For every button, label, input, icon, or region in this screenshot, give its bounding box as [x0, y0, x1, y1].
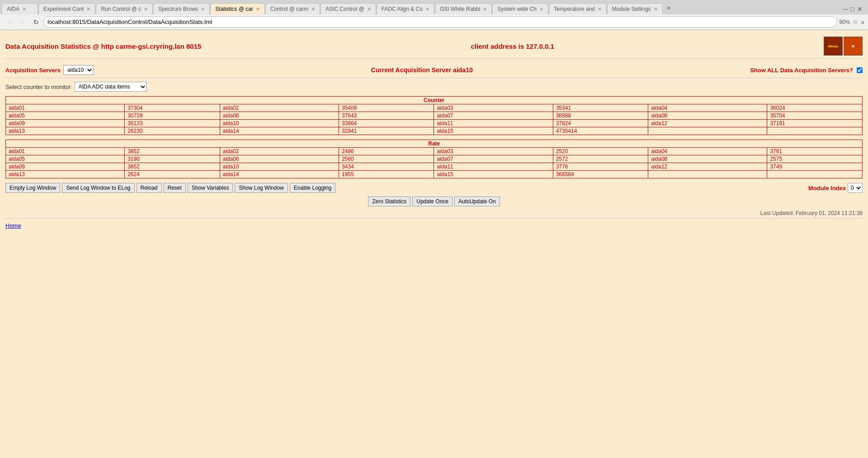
rate-cell-value: 3852: [125, 148, 220, 155]
forward-button[interactable]: →: [17, 17, 29, 28]
counter-cell-value: 36024: [767, 104, 863, 112]
tab-module-settings[interactable]: Module Settings ✕: [607, 3, 663, 14]
reload-button[interactable]: Reload: [137, 183, 162, 193]
counter-cell-name: aida05: [6, 112, 125, 120]
tab-control[interactable]: Control @ carm ✕: [265, 3, 320, 14]
rate-cell-value: 2520: [553, 148, 648, 155]
counter-cell-value: 36133: [125, 120, 220, 127]
counter-cell-value: 35409: [339, 104, 434, 112]
tab-asic-control[interactable]: ASIC Control @ ✕: [321, 3, 376, 14]
autoupdate-on-button[interactable]: AutoUpdate On: [454, 196, 500, 206]
counter-cell-name: aida10: [220, 120, 339, 127]
tab-system-wide-close[interactable]: ✕: [539, 6, 543, 12]
tab-module-settings-label: Module Settings: [612, 6, 651, 12]
tab-bar: AIDA ✕ Experiment Cont ✕ Run Control @ c…: [0, 0, 868, 14]
tab-fadc-align[interactable]: FADC Align & Co ✕: [377, 3, 434, 14]
buttons-row: Empty Log Window Send Log Window to ELog…: [5, 183, 863, 193]
rate-cell-name: aida12: [648, 163, 767, 171]
counter-cell-name: aida08: [648, 112, 767, 120]
tab-system-wide-label: System wide Ch: [497, 6, 537, 12]
rate-cell-value: 3776: [553, 163, 648, 171]
tab-experiment-cont[interactable]: Experiment Cont ✕: [38, 3, 95, 14]
acquisition-server-select[interactable]: aida10: [63, 65, 94, 75]
close-button[interactable]: ✕: [857, 5, 863, 13]
tab-experiment-cont-close[interactable]: ✕: [86, 6, 90, 12]
show-variables-button[interactable]: Show Variables: [188, 183, 233, 193]
tab-run-control-close[interactable]: ✕: [144, 6, 148, 12]
tab-spectrum-brows-label: Spectrum Brows: [158, 6, 198, 12]
tab-spectrum-brows[interactable]: Spectrum Brows ✕: [153, 3, 210, 14]
tab-gsi-white-rabbit-label: GSI White Rabbi: [440, 6, 480, 12]
counter-cell-value: 37643: [339, 112, 434, 120]
acq-left: Acquisition Servers aida10: [5, 65, 94, 75]
tab-system-wide[interactable]: System wide Ch ✕: [492, 3, 548, 14]
zero-statistics-button[interactable]: Zero Statistics: [368, 196, 410, 206]
rate-cell-name: aida03: [434, 148, 553, 155]
counter-select-dropdown[interactable]: AIDA ADC data items: [75, 82, 147, 92]
rate-cell-value: 3852: [125, 163, 220, 171]
rate-cell-value: 3761: [767, 148, 863, 155]
address-bar[interactable]: [43, 16, 837, 28]
tab-statistics[interactable]: Statistics @ car ✕: [210, 3, 265, 14]
enable-logging-button[interactable]: Enable Logging: [290, 183, 335, 193]
reset-button[interactable]: Reset: [164, 183, 186, 193]
client-address: client address is 127.0.0.1: [471, 42, 554, 50]
empty-log-window-button[interactable]: Empty Log Window: [5, 183, 60, 193]
acq-current: Current Acquisition Server aida10: [371, 66, 473, 74]
counter-select-label: Select counter to monitor: [5, 84, 71, 90]
rate-section-title: Rate: [6, 140, 863, 148]
tab-statistics-label: Statistics @ car: [215, 6, 253, 12]
show-all-checkbox[interactable]: [857, 67, 863, 73]
home-link[interactable]: Home: [5, 222, 21, 229]
counter-cell-value: 33864: [339, 120, 434, 127]
counter-cell-name: aida03: [434, 104, 553, 112]
maximize-button[interactable]: □: [851, 5, 854, 13]
back-button[interactable]: ←: [4, 17, 15, 28]
tab-gsi-white-rabbit-close[interactable]: ✕: [483, 6, 487, 12]
rate-cell-name: aida14: [220, 171, 339, 178]
tab-control-close[interactable]: ✕: [311, 6, 315, 12]
tab-spectrum-brows-close[interactable]: ✕: [201, 6, 205, 12]
rate-cell-value: 366584: [553, 171, 648, 178]
tab-temperature-close[interactable]: ✕: [598, 6, 602, 12]
tab-fadc-align-close[interactable]: ✕: [425, 6, 429, 12]
module-index-select[interactable]: 0: [848, 183, 863, 193]
tab-gsi-white-rabbit[interactable]: GSI White Rabbi ✕: [435, 3, 492, 14]
tab-asic-control-label: ASIC Control @: [326, 6, 364, 12]
tab-temperature[interactable]: Temperature and ✕: [549, 3, 607, 14]
rate-cell-name: aida13: [6, 171, 125, 178]
rate-cell-name: aida06: [220, 155, 339, 163]
reload-nav-button[interactable]: ↻: [31, 17, 42, 28]
counter-cell-value: 37181: [767, 120, 863, 127]
show-log-window-button[interactable]: Show Log Window: [235, 183, 288, 193]
counter-table: Counter aida0137304aida0235409aida033534…: [5, 96, 863, 135]
rate-cell-value: 3749: [767, 163, 863, 171]
counter-cell-name: aida02: [220, 104, 339, 112]
midas-logo-box2: M: [844, 37, 863, 56]
extensions-icon[interactable]: »: [861, 19, 864, 26]
counter-cell-value: [767, 127, 863, 135]
tab-module-settings-close[interactable]: ✕: [654, 6, 658, 12]
rate-cell-value: 1955: [339, 171, 434, 178]
page-title: Data Acquisition Statistics @ http carme…: [5, 42, 201, 50]
tab-control-label: Control @ carm: [270, 6, 308, 12]
tab-aida-close[interactable]: ✕: [22, 6, 26, 12]
send-log-window-button[interactable]: Send Log Window to ELog: [62, 183, 134, 193]
new-tab-button[interactable]: +: [663, 2, 675, 14]
tab-aida[interactable]: AIDA ✕: [2, 3, 38, 14]
bookmark-icon[interactable]: ☆: [853, 19, 858, 25]
rate-cell-value: 2560: [339, 155, 434, 163]
tab-statistics-close[interactable]: ✕: [256, 6, 260, 12]
tab-experiment-cont-label: Experiment Cont: [43, 6, 84, 12]
acq-right: Show ALL Data Acquisition Servers?: [750, 67, 863, 74]
counter-cell-name: aida07: [434, 112, 553, 120]
tab-run-control[interactable]: Run Control @ c ✕: [96, 3, 153, 14]
rate-cell-value: 2486: [339, 148, 434, 155]
tab-aida-label: AIDA: [7, 6, 19, 12]
minimize-button[interactable]: ─: [844, 5, 848, 13]
counter-cell-name: aida01: [6, 104, 125, 112]
tab-asic-control-close[interactable]: ✕: [367, 6, 371, 12]
browser-chrome: AIDA ✕ Experiment Cont ✕ Run Control @ c…: [0, 0, 868, 30]
acq-servers-label: Acquisition Servers: [5, 67, 61, 74]
update-once-button[interactable]: Update Once: [412, 196, 453, 206]
